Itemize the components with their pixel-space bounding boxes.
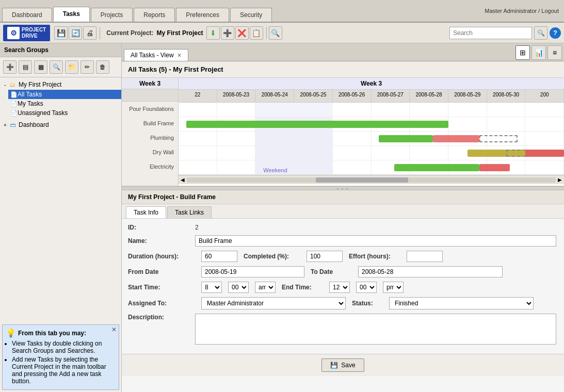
user-info[interactable]: Master Administrator / Logout: [479, 4, 564, 18]
save-toolbar-button[interactable]: 💾: [54, 26, 68, 40]
copy-button[interactable]: 📋: [250, 26, 263, 40]
tab-projects[interactable]: Projects: [91, 8, 133, 22]
sidebar-folder-icon[interactable]: 📁: [65, 60, 78, 74]
from-date-input[interactable]: [201, 266, 304, 277]
tab-close-icon[interactable]: ✕: [177, 52, 182, 59]
gantt-label-header: Week 3: [122, 78, 178, 102]
tab-dashboard[interactable]: Dashboard: [2, 8, 52, 22]
sidebar-add-icon[interactable]: ➕: [3, 60, 17, 74]
view-button[interactable]: 🔍: [269, 26, 282, 40]
sidebar-item-unassigned-tasks[interactable]: 📄 Unassigned Tasks: [8, 108, 121, 118]
sidebar-item-all-tasks[interactable]: 📄 All Tasks: [8, 90, 121, 99]
info-item-1: View Tasks by double clicking on Search …: [12, 340, 116, 354]
col-4: [333, 103, 372, 117]
bar-electricity-green[interactable]: [394, 164, 479, 171]
gantt-bar-row-plumbing: [179, 132, 564, 146]
dashboard-label: Dashboard: [19, 121, 49, 128]
gantt-scroll-right[interactable]: ▶: [556, 176, 564, 184]
id-value: 2: [195, 224, 199, 231]
completed-input[interactable]: [307, 251, 343, 262]
to-date-input[interactable]: [358, 266, 503, 277]
download-button[interactable]: ⬇: [206, 26, 220, 40]
logo-icon: ⚙: [7, 27, 20, 39]
info-box-close[interactable]: ✕: [111, 326, 117, 333]
gantt-labels: Week 3 Pour Foundations Build Frame Plum…: [122, 78, 179, 186]
tab-preferences[interactable]: Preferences: [176, 8, 229, 22]
id-label: ID:: [128, 224, 195, 231]
sidebar-list-icon[interactable]: ▤: [19, 60, 32, 74]
view-btn-list[interactable]: ≡: [547, 45, 562, 60]
start-min-select[interactable]: 00153045: [228, 282, 249, 293]
effort-input[interactable]: [407, 251, 443, 262]
save-button[interactable]: 💾 Save: [321, 358, 364, 372]
tab-tasks[interactable]: Tasks: [53, 7, 90, 22]
detail-tab-task-info[interactable]: Task Info: [126, 206, 166, 218]
delete-button[interactable]: ❌: [235, 26, 249, 40]
add-task-button[interactable]: ➕: [221, 26, 234, 40]
info-icon: 💡: [6, 328, 16, 338]
sidebar-delete-icon[interactable]: 🗑: [96, 60, 109, 74]
gantt-scroll-left[interactable]: ◀: [179, 176, 187, 184]
end-ampm-select[interactable]: pmam: [383, 282, 404, 293]
col-3: [294, 103, 333, 117]
tree-item-root[interactable]: - 🗂 My First Project: [0, 79, 121, 90]
tab-reports[interactable]: Reports: [134, 8, 175, 22]
status-select[interactable]: Finished In Progress Not Started: [389, 297, 534, 309]
refresh-button[interactable]: 🔄: [69, 26, 82, 40]
search-box: 🔍 ?: [449, 26, 561, 40]
col-5: [372, 103, 410, 117]
gantt-dates: 22 2008-05-23 2008-05-24 2008-05-25 2008…: [179, 90, 564, 102]
start-hour-select[interactable]: 89101112: [201, 282, 222, 293]
date-6: 2008-05-28: [410, 90, 448, 102]
assigned-select[interactable]: Master Administrator: [201, 297, 346, 309]
help-button[interactable]: ?: [550, 27, 561, 39]
gantt-header: Week 3 22 2008-05-23 2008-05-24 2008-05-…: [179, 78, 564, 103]
sidebar-edit-icon[interactable]: ✏: [80, 60, 94, 74]
app-logo: ⚙ PROJECTDRIVE: [3, 25, 50, 41]
search-input[interactable]: [449, 27, 532, 39]
sidebar-item-my-tasks[interactable]: 📄 My Tasks: [8, 99, 121, 108]
start-ampm-select[interactable]: ampm: [255, 282, 276, 293]
bar-plumbing-red[interactable]: [433, 135, 479, 142]
sidebar-icons: ➕ ▤ ▦ 🔍 📁 ✏ 🗑: [0, 57, 121, 77]
view-btn-gantt[interactable]: 📊: [531, 45, 546, 60]
gantt-scroll-track[interactable]: [187, 177, 556, 183]
print-button[interactable]: 🖨: [83, 26, 96, 40]
search-button[interactable]: 🔍: [534, 26, 547, 40]
end-hour-select[interactable]: 12123: [329, 282, 350, 293]
sidebar-grid-icon[interactable]: ▦: [34, 60, 47, 74]
tree-item-dashboard[interactable]: + 🗃 Dashboard: [0, 120, 121, 130]
col-8: [487, 103, 526, 117]
gantt-body: Weekend: [179, 103, 564, 175]
name-label: Name:: [128, 237, 195, 244]
separator-1: [100, 27, 100, 39]
content-tab-all-tasks[interactable]: All Tasks - View ✕: [124, 49, 188, 61]
name-input[interactable]: [195, 235, 556, 247]
form-row-name: Name:: [128, 235, 558, 247]
separator-2: [266, 27, 267, 39]
duration-input[interactable]: [201, 251, 237, 262]
gantt-container: Week 3 Pour Foundations Build Frame Plum…: [122, 78, 564, 186]
bar-plumbing-green[interactable]: [379, 135, 433, 142]
task-detail: My First Project - Build Frame Task Info…: [122, 190, 564, 392]
view-btn-grid[interactable]: ⊞: [515, 45, 530, 60]
col-9: [525, 103, 564, 117]
gantt-scrollbar[interactable]: ◀ ▶: [179, 175, 564, 184]
gantt-scroll-thumb[interactable]: [316, 177, 408, 183]
detail-tabs: Task Info Task Links: [122, 204, 564, 219]
date-5: 2008-05-27: [372, 90, 410, 102]
current-project-label: Current Project:: [106, 29, 153, 37]
date-8: 2008-05-30: [487, 90, 526, 102]
detail-tab-task-links[interactable]: Task Links: [167, 206, 212, 218]
gantt-bar-row-electricity: Weekend: [179, 160, 564, 175]
form-row-dates: From Date To Date: [128, 266, 558, 277]
resize-handle[interactable]: • • •: [122, 186, 564, 190]
end-min-select[interactable]: 00153045: [356, 282, 377, 293]
bar-electricity-red[interactable]: [479, 164, 510, 171]
sidebar-search-icon[interactable]: 🔍: [50, 60, 63, 74]
from-date-label: From Date: [128, 268, 195, 275]
tab-security[interactable]: Security: [230, 8, 272, 22]
bar-drywall-red-end[interactable]: [525, 150, 564, 157]
bar-build-frame[interactable]: [186, 121, 448, 128]
description-input[interactable]: [195, 314, 556, 345]
